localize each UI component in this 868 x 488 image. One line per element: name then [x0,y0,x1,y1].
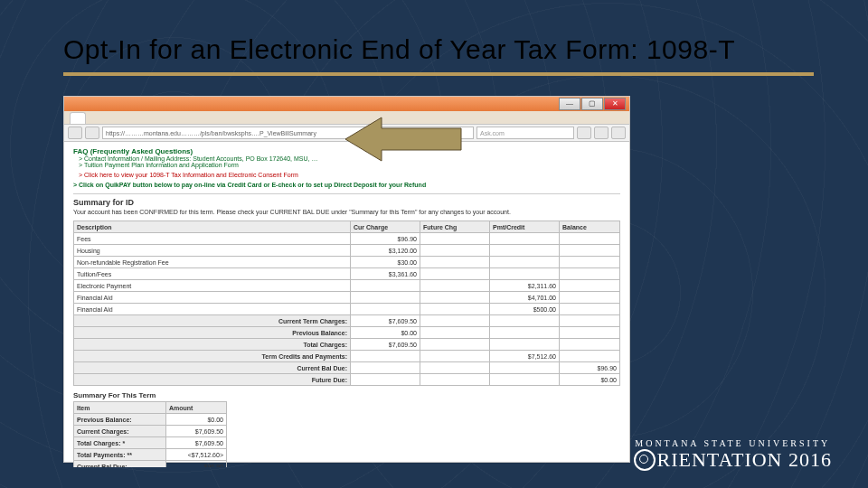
col-future-chg: Future Chg [420,221,490,233]
confirmed-message: Your account has been CONFIRMED for this… [73,209,620,215]
search-field[interactable]: Ask.com [476,127,574,139]
back-button[interactable] [68,127,82,139]
faq-heading: FAQ (Frequently Asked Questions) [73,147,620,155]
summary-term-table: ItemAmount Previous Balance:$0.00 Curren… [73,401,227,467]
table-row: Term Credits and Payments:$7,512.60 [74,351,620,362]
summary-term-heading: Summary For This Term [73,391,620,399]
window-maximize-button[interactable]: ▢ [581,98,603,110]
favorites-icon[interactable] [594,127,609,139]
table-row: Previous Balance:$0.00 [74,414,227,426]
table-row: Housing$3,120.00 [74,245,620,257]
col-description: Description [74,221,351,233]
table-row: Total Payments: **<$7,512.60> [74,449,227,461]
quikpay-instruction: > Click on QuikPAY button below to pay o… [73,182,620,188]
faq-contact-line[interactable]: > Contact Information / Mailing Address:… [79,155,620,162]
gear-icon[interactable] [611,127,626,139]
table-row: Electronic Payment$2,311.60 [74,280,620,292]
table-row: Non-refundable Registration Fee$30.00 [74,257,620,268]
table-row: Financial Aid$500.00 [74,304,620,315]
window-close-button[interactable]: ✕ [604,98,626,110]
brand-footer: MONTANA STATE UNIVERSITY RIENTATION 2016 [634,438,833,472]
url-field[interactable]: https://………montana.edu………/pls/ban/bwsksp… [102,127,474,139]
col-cur-charge: Cur Charge [351,221,420,233]
link-1098t[interactable]: > Click here to view your 1098-T Tax Inf… [79,172,620,178]
table-row: Total Charges:$7,609.50 [74,339,620,351]
url-toolbar: https://………montana.edu………/pls/ban/bwsksp… [64,125,629,142]
home-icon[interactable] [577,127,591,139]
brand-orientation: RIENTATION 2016 [634,448,833,472]
table-row: Current Term Charges:$7,609.50 [74,315,620,327]
slide-title: Opt-In for an Electronic End of Year Tax… [63,34,814,76]
table-row: Fees$96.90 [74,233,620,245]
table-row: Previous Balance:$0.00 [74,327,620,339]
brand-o-icon [634,449,656,471]
table-row: Current Bal Due:$96.90 [74,362,620,374]
table-row: Future Due:$0.00 [74,374,620,386]
browser-window: — ▢ ✕ https://………montana.edu………/pls/ban/… [63,96,630,463]
forward-button[interactable] [85,127,99,139]
table-row: Financial Aid$4,701.00 [74,292,620,304]
charges-table: Description Cur Charge Future Chg Pmt/Cr… [73,221,620,386]
brand-university: MONTANA STATE UNIVERSITY [634,438,833,448]
table-row: Current Charges:$7,609.50 [74,426,227,437]
col-pmt-credit: Pmt/Credit [490,221,560,233]
window-titlebar: — ▢ ✕ [64,97,629,111]
summary-heading: Summary for ID [73,198,620,207]
tab-bar [64,111,629,125]
faq-payment-plan-line[interactable]: > Tuition Payment Plan Information and A… [79,162,620,168]
table-row: Current Bal Due:$96.90 [74,461,227,468]
page-content: FAQ (Frequently Asked Questions) > Conta… [64,142,629,467]
col-balance: Balance [560,221,620,233]
brand-text: RIENTATION 2016 [657,448,833,472]
divider [73,193,620,194]
table-row: Total Charges: *$7,609.50 [74,437,227,449]
window-minimize-button[interactable]: — [559,98,580,110]
browser-tab[interactable] [70,112,86,124]
table-row: Tuition/Fees$3,361.60 [74,268,620,280]
